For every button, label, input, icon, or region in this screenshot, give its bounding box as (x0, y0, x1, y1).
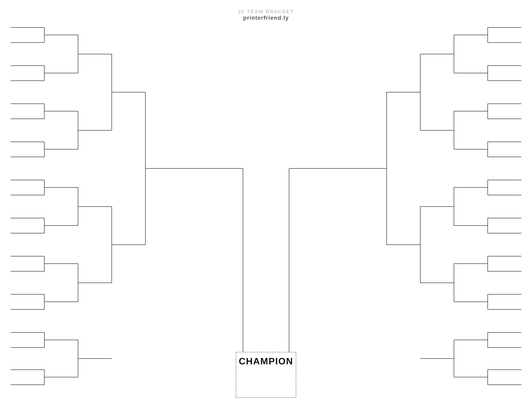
page: 32 TEAM BRACKET printerfriend.ly (0, 0, 532, 411)
champion-label: CHAMPION (238, 356, 294, 366)
bracket-svg (0, 0, 532, 411)
champion-box: CHAMPION (236, 352, 296, 398)
